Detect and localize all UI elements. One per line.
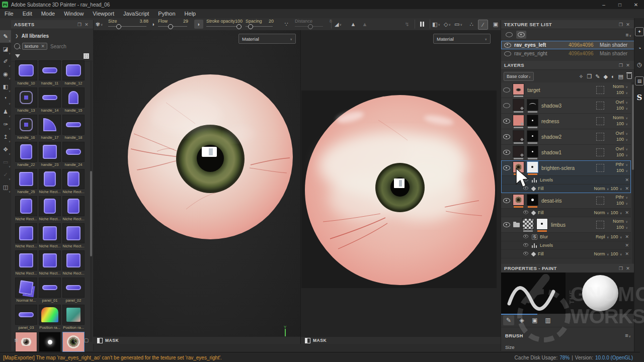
tool-polygon-fill[interactable]: ◧∨ [0,80,11,93]
tool-viewer-settings[interactable]: ▭∨ [0,156,11,168]
menu-window[interactable]: Window [59,9,88,18]
tab-stencil[interactable]: ▣ [529,315,540,325]
tool-paint[interactable]: ✎∨ [0,30,11,43]
menu-edit[interactable]: Edit [18,9,37,18]
asset-tile[interactable]: Niche Rect... [15,250,37,276]
asset-tile[interactable]: Niche Rect... [39,250,61,276]
asset-tile[interactable]: Niche Rect... [62,196,85,221]
remove-effect-icon[interactable]: ✕ [625,234,629,239]
close-panel-icon[interactable]: ✕ [624,22,631,27]
effect-visibility-icon[interactable] [523,243,528,247]
asset-tile[interactable]: handle_23 [39,142,61,167]
asset-tile[interactable]: handle_11 [39,60,61,85]
visibility-eye-icon[interactable] [504,43,511,48]
layer-mask-thumbnail[interactable] [527,99,538,111]
menu-python[interactable]: Python [153,9,180,18]
layer-visibility-icon[interactable] [503,165,510,170]
texture-set-row[interactable]: rav_eyes_right4096x4096Main shader [501,49,634,58]
float-panel-icon[interactable]: ❐ [617,22,624,27]
stroke-dots-icon[interactable]: ∵ [282,20,291,29]
layer-content-thumbnail[interactable] [513,115,524,126]
asset-tile[interactable]: Position ra... [62,305,85,330]
viewport-3d[interactable]: Material∨ [93,30,300,344]
layer-content-thumbnail[interactable] [513,130,524,142]
effect-visibility-icon[interactable] [523,235,528,238]
float-panel-icon[interactable]: ❐ [76,22,83,27]
asset-tile[interactable]: handle_25 [15,169,37,194]
channel-filter-dropdown[interactable]: Base color∨ [504,72,534,81]
shader-settings-icon[interactable]: ◔ [635,44,643,52]
layer-content-thumbnail[interactable] [513,99,524,111]
layer-main[interactable]: shadow2Ovrl ∨100 ∨ [501,129,631,144]
hide-all-texture-sets-icon[interactable] [504,31,514,39]
tab-alpha[interactable]: ◈ [516,315,527,325]
grid-view-icon[interactable] [84,53,89,59]
layer-content-thumbnail[interactable] [513,146,524,157]
camera-view-icon[interactable]: ▭∨ [454,20,463,29]
close-button[interactable]: ✕ [628,0,644,9]
menu-file[interactable]: File [0,9,18,18]
layer-visibility-icon[interactable] [503,103,510,108]
all-libraries-dropdown[interactable]: ❯ All libraries [11,29,93,41]
remove-effect-icon[interactable]: ✕ [625,186,629,191]
layer-mask-thumbnail[interactable] [536,218,548,230]
flow-slider[interactable] [158,26,187,27]
layer-blend-opacity[interactable]: Pthr ∨100 ∨ [607,162,629,174]
pause-engine-icon[interactable] [418,20,427,29]
show-all-texture-sets-icon[interactable] [516,31,526,39]
minimize-button[interactable]: – [596,0,612,9]
layer-visibility-icon[interactable] [503,87,510,93]
asset-tile[interactable]: handle_24 [62,142,85,167]
search-input[interactable]: Search [50,44,66,49]
new-folder-icon[interactable]: ▢ [84,337,89,343]
menu-javascript[interactable]: JavaScript [119,9,153,18]
float-panel-icon[interactable]: ❐ [617,266,624,271]
layer-visibility-icon[interactable] [503,134,510,139]
asset-tile[interactable]: Normal M... [15,278,37,303]
remove-effect-icon[interactable]: ✕ [625,210,629,215]
add-effect-icon[interactable]: ✧ [579,73,583,80]
add-smart-material-icon[interactable]: ❒ [587,73,592,80]
list-view-small-icon[interactable]: ≣ [14,337,18,343]
menu-mode[interactable]: Mode [37,9,60,18]
layer-main[interactable]: rednessNorm ∨100 ∨ [501,114,631,129]
layer-row[interactable]: rednessNorm ∨100 ∨ [501,114,631,129]
asset-tile[interactable]: handle_22 [15,142,37,167]
asset-tile[interactable]: panel_01 [39,278,61,303]
display-settings-icon[interactable]: ✦ [635,27,644,36]
viewport2d-shading-dropdown[interactable]: Material∨ [433,34,491,44]
texture-set-options-icon[interactable]: ≡∨ [626,32,631,38]
asset-tile[interactable]: handle_10 [15,60,37,85]
remove-effect-icon[interactable]: ✕ [625,177,629,183]
tab-brush[interactable]: ✎ [503,315,514,325]
layer-effect-row[interactable]: FillNorm ∨100 ∨✕ [501,208,631,217]
tool-quick-mask[interactable]: ✥∨ [0,143,11,156]
layer-blend-opacity[interactable]: Ovrl ∨100 ∨ [607,146,629,158]
tool-eraser[interactable]: ◪∨ [0,43,11,55]
menu-viewport[interactable]: Viewport [88,9,119,18]
layer-blend-opacity[interactable]: Ovrl ∨100 ∨ [607,131,629,143]
tool-validate[interactable]: ✓∨ [0,168,11,181]
layer-mask-thumbnail[interactable] [527,115,538,126]
close-panel-icon[interactable]: ✕ [83,22,90,27]
asset-tile[interactable]: handle_15 [62,87,85,113]
list-view-large-icon[interactable]: ≣ [22,337,26,343]
layer-row[interactable]: shadow2Ovrl ∨100 ∨ [501,129,631,145]
alignment-icon[interactable]: ▲ [349,20,358,29]
add-folder-icon[interactable]: ▤ [618,73,623,80]
tab-material[interactable]: ▥ [542,315,553,325]
effect-visibility-icon[interactable] [523,252,528,255]
asset-tile[interactable]: Niche Rect... [39,169,61,194]
asset-tile[interactable]: Niche Rect... [62,169,85,194]
asset-tile[interactable]: handle_16 [15,115,37,140]
layer-mask-thumbnail[interactable] [527,194,538,206]
asset-tile[interactable]: Niche Rect... [39,223,61,248]
snapshot-camera-icon[interactable]: ▣ [491,20,500,29]
tool-material-picker[interactable]: ✑∨ [0,118,11,131]
maximize-button[interactable]: □ [612,0,628,9]
layer-effect-row[interactable]: FillNorm ∨100 ∨✕ [501,249,631,258]
menu-help[interactable]: Help [180,9,201,18]
visibility-eye-icon[interactable] [504,51,511,56]
layer-effect-row[interactable]: Levels✕ [501,241,631,249]
layer-row[interactable]: shadow3Ovrl ∨100 ∨ [501,98,631,114]
